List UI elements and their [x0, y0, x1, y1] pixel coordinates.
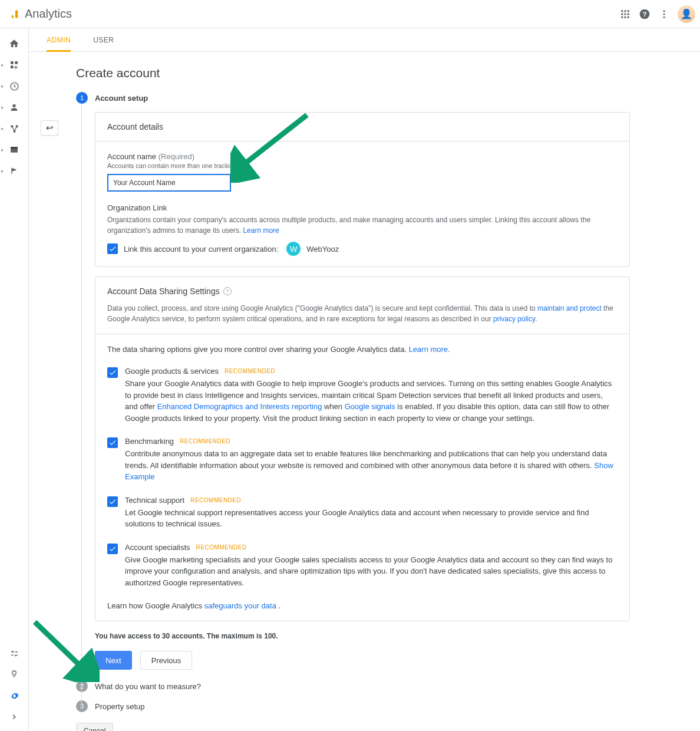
org-name: WebYooz	[306, 245, 339, 253]
nav-attribution[interactable]	[0, 645, 28, 661]
opt-products-checkbox[interactable]	[107, 367, 118, 378]
org-link-title: Organization Link	[107, 203, 618, 212]
account-name-input[interactable]	[107, 174, 231, 192]
page-title: Create account	[76, 66, 630, 80]
annotation-arrow-2	[29, 617, 100, 682]
cancel-button[interactable]: Cancel	[76, 723, 113, 731]
svg-rect-18	[11, 65, 14, 68]
svg-text:?: ?	[642, 10, 646, 18]
avatar[interactable]: 👤	[678, 5, 695, 23]
opt-bench: BenchmarkingRECOMMENDED Contribute anony…	[107, 437, 618, 483]
step-3-row[interactable]: 3 Property setup	[76, 700, 630, 712]
nav-customization[interactable]: ▸	[0, 57, 28, 73]
svg-rect-10	[628, 16, 629, 18]
svg-point-13	[663, 10, 665, 12]
nav-admin[interactable]	[0, 687, 28, 704]
nav-collapse[interactable]	[0, 709, 28, 725]
recommended-badge: RECOMMENDED	[190, 497, 241, 503]
nav-conversions[interactable]: ▸	[0, 163, 28, 179]
account-details-card: Account details Account name (Required) …	[95, 112, 630, 267]
share-learn-more-link[interactable]: Learn more.	[409, 345, 450, 354]
app-title: Analytics	[25, 7, 72, 21]
svg-rect-16	[11, 61, 14, 64]
step-2-row[interactable]: 2 What do you want to measure?	[76, 680, 630, 692]
data-sharing-card: Account Data Sharing Settings ? Data you…	[95, 276, 630, 621]
svg-point-14	[663, 13, 665, 15]
account-details-header: Account details	[95, 113, 629, 141]
analytics-logo-icon	[9, 8, 21, 20]
help-icon[interactable]: ?	[639, 8, 651, 20]
step-1-label: Account setup	[95, 94, 148, 103]
opt-tech-checkbox[interactable]	[107, 496, 118, 507]
svg-rect-2	[621, 10, 623, 12]
account-name-label: Account name (Required)	[107, 152, 618, 161]
org-badge: W	[286, 242, 301, 256]
step-1-row: 1 Account setup	[76, 92, 630, 104]
svg-rect-25	[11, 147, 18, 149]
help-icon[interactable]: ?	[223, 287, 232, 295]
svg-point-15	[663, 16, 665, 18]
recommended-badge: RECOMMENDED	[224, 368, 275, 374]
svg-rect-17	[15, 61, 18, 64]
svg-point-23	[14, 130, 15, 132]
subtabs: ADMIN USER	[29, 28, 700, 52]
tab-admin[interactable]: ADMIN	[47, 28, 71, 52]
recommended-badge: RECOMMENDED	[196, 544, 247, 551]
maintain-link[interactable]: maintain and protect	[537, 304, 602, 312]
svg-rect-9	[625, 16, 626, 18]
svg-rect-1	[15, 10, 18, 18]
safeguards-link[interactable]: safeguards your data	[204, 601, 276, 610]
opt-spec: Account specialistsRECOMMENDED Give Goog…	[107, 543, 618, 589]
logo[interactable]: Analytics	[9, 7, 72, 21]
step-2-label: What do you want to measure?	[95, 682, 201, 691]
share-intro: The data sharing options give you more c…	[107, 345, 618, 354]
org-learn-more-link[interactable]: Learn more	[243, 226, 279, 235]
privacy-link[interactable]: privacy policy	[493, 315, 535, 323]
org-link-desc: Organizations contain your company's acc…	[107, 215, 618, 236]
svg-rect-3	[625, 10, 626, 12]
next-button[interactable]: Next	[95, 651, 132, 670]
demographics-link[interactable]: Enhanced Demographics and Interests repo…	[157, 402, 322, 411]
opt-products: Google products & servicesRECOMMENDED Sh…	[107, 367, 618, 424]
nav-behavior[interactable]: ▸	[0, 141, 28, 158]
previous-button[interactable]: Previous	[140, 651, 193, 670]
more-icon[interactable]	[659, 9, 669, 19]
org-link-label: Link this account to your current organi…	[124, 245, 278, 253]
signals-link[interactable]: Google signals	[345, 402, 395, 411]
opt-tech: Technical supportRECOMMENDED Let Google …	[107, 496, 618, 530]
svg-rect-0	[11, 15, 14, 18]
nav-realtime[interactable]: ▸	[0, 78, 28, 94]
step-2-circle: 2	[76, 680, 88, 692]
step-3-circle: 3	[76, 700, 88, 712]
account-name-hint: Accounts can contain more than one track…	[107, 162, 618, 169]
opt-spec-checkbox[interactable]	[107, 544, 118, 554]
svg-rect-8	[621, 16, 623, 18]
svg-line-27	[35, 622, 85, 670]
topbar: Analytics ? 👤	[0, 0, 700, 28]
opt-bench-checkbox[interactable]	[107, 437, 118, 448]
nav-discover[interactable]	[0, 666, 28, 683]
apps-icon[interactable]	[620, 9, 630, 19]
quota-text: You have access to 30 accounts. The maxi…	[95, 632, 630, 640]
tab-user[interactable]: USER	[93, 28, 114, 52]
left-nav: ▸ ▸ ▸ ▸ ▸ ▸	[0, 28, 28, 731]
org-link-checkbox[interactable]	[107, 243, 118, 254]
step-line	[81, 104, 82, 704]
nav-audience[interactable]: ▸	[0, 99, 28, 116]
svg-rect-5	[621, 13, 623, 15]
step-3-label: Property setup	[95, 702, 145, 711]
data-sharing-header: Account Data Sharing Settings ? Data you…	[95, 277, 629, 334]
svg-rect-4	[628, 10, 629, 12]
nav-home[interactable]	[0, 35, 28, 52]
recommended-badge: RECOMMENDED	[180, 438, 230, 444]
svg-rect-6	[625, 13, 626, 15]
main: ADMIN USER ↩ Create account 1 Account se…	[28, 28, 700, 731]
back-button[interactable]: ↩	[41, 120, 58, 136]
svg-point-20	[12, 104, 15, 107]
nav-acquisition[interactable]: ▸	[0, 120, 28, 137]
step-1-circle: 1	[76, 92, 88, 104]
safeguards-text: Learn how Google Analytics safeguards yo…	[107, 601, 618, 610]
svg-rect-7	[628, 13, 629, 15]
